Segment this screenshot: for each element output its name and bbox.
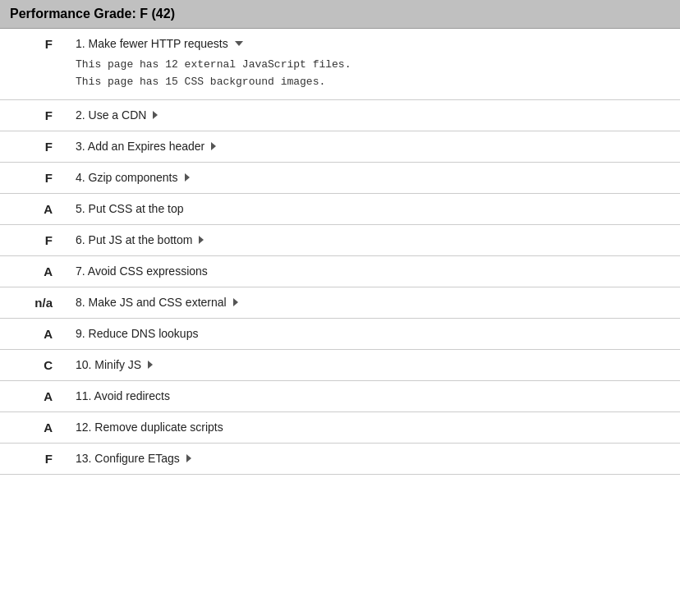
rule-title: 11. Avoid redirects [76, 389, 670, 402]
grade-cell: A [0, 380, 66, 411]
rule-title: 4. Gzip components [76, 171, 670, 184]
grade-cell: F [0, 99, 66, 131]
rule-title: 12. Remove duplicate scripts [76, 421, 670, 434]
rule-cell: 5. Put CSS at the top [66, 193, 680, 224]
rule-cell: 13. Configure ETags [66, 443, 680, 474]
table-row: A11. Avoid redirects [0, 380, 680, 411]
table-row: F6. Put JS at the bottom [0, 224, 680, 255]
grade-cell: F [0, 131, 66, 162]
table-row: F1. Make fewer HTTP requestsThis page ha… [0, 29, 680, 99]
grade-cell: F [0, 162, 66, 193]
rule-cell: 8. Make JS and CSS external [66, 287, 680, 318]
rule-title: 13. Configure ETags [76, 452, 670, 465]
chevron-right-icon[interactable] [153, 111, 158, 119]
grade-cell: A [0, 411, 66, 443]
rule-title: 1. Make fewer HTTP requests [76, 37, 670, 50]
table-row: C10. Minify JS [0, 349, 680, 380]
rule-label: 6. Put JS at the bottom [76, 233, 192, 246]
detail-line: This page has 12 external JavaScript fil… [76, 57, 670, 74]
table-row: n/a8. Make JS and CSS external [0, 287, 680, 318]
rule-cell: 10. Minify JS [66, 349, 680, 380]
grade-cell: F [0, 29, 66, 99]
table-row: F2. Use a CDN [0, 99, 680, 131]
rule-title: 10. Minify JS [76, 358, 670, 371]
table-row: F13. Configure ETags [0, 443, 680, 474]
grade-cell: A [0, 318, 66, 349]
chevron-right-icon[interactable] [148, 361, 153, 369]
grade-cell: n/a [0, 287, 66, 318]
rule-label: 10. Minify JS [76, 358, 141, 371]
rule-label: 3. Add an Expires header [76, 140, 204, 153]
rules-table: F1. Make fewer HTTP requestsThis page ha… [0, 29, 680, 475]
rule-label: 9. Reduce DNS lookups [76, 327, 198, 340]
rule-label: 8. Make JS and CSS external [76, 296, 227, 309]
table-row: A9. Reduce DNS lookups [0, 318, 680, 349]
chevron-right-icon[interactable] [211, 142, 216, 150]
rule-label: 1. Make fewer HTTP requests [76, 37, 228, 50]
rule-title: 9. Reduce DNS lookups [76, 327, 670, 340]
rule-label: 13. Configure ETags [76, 452, 180, 465]
table-row: F3. Add an Expires header [0, 131, 680, 162]
header-title: Performance Grade: F (42) [10, 7, 175, 21]
rule-label: 4. Gzip components [76, 171, 178, 184]
rule-label: 2. Use a CDN [76, 108, 146, 122]
table-row: A5. Put CSS at the top [0, 193, 680, 224]
grade-cell: F [0, 443, 66, 474]
rule-title: 5. Put CSS at the top [76, 202, 670, 215]
rule-cell: 2. Use a CDN [66, 99, 680, 131]
rule-cell: 1. Make fewer HTTP requestsThis page has… [66, 29, 680, 99]
grade-cell: C [0, 349, 66, 380]
table-row: F4. Gzip components [0, 162, 680, 193]
grade-cell: A [0, 193, 66, 224]
rule-cell: 3. Add an Expires header [66, 131, 680, 162]
rule-cell: 9. Reduce DNS lookups [66, 318, 680, 349]
rule-cell: 12. Remove duplicate scripts [66, 411, 680, 443]
rule-cell: 6. Put JS at the bottom [66, 224, 680, 255]
rule-title: 6. Put JS at the bottom [76, 233, 670, 246]
rule-cell: 11. Avoid redirects [66, 380, 680, 411]
table-row: A12. Remove duplicate scripts [0, 411, 680, 443]
rule-label: 7. Avoid CSS expressions [76, 264, 208, 278]
rule-label: 5. Put CSS at the top [76, 202, 184, 215]
chevron-right-icon[interactable] [185, 173, 190, 182]
grade-cell: A [0, 255, 66, 287]
rule-label: 12. Remove duplicate scripts [76, 421, 223, 434]
chevron-right-icon[interactable] [186, 454, 191, 462]
rule-cell: 7. Avoid CSS expressions [66, 255, 680, 287]
chevron-right-icon[interactable] [199, 236, 204, 244]
rule-title: 7. Avoid CSS expressions [76, 264, 670, 278]
rule-title: 3. Add an Expires header [76, 140, 670, 153]
rule-cell: 4. Gzip components [66, 162, 680, 193]
table-row: A7. Avoid CSS expressions [0, 255, 680, 287]
rule-title: 8. Make JS and CSS external [76, 296, 670, 309]
chevron-right-icon[interactable] [233, 298, 238, 306]
rule-details: This page has 12 external JavaScript fil… [76, 57, 670, 91]
rule-label: 11. Avoid redirects [76, 389, 170, 402]
detail-line: This page has 15 CSS background images. [76, 74, 670, 91]
grade-cell: F [0, 224, 66, 255]
chevron-down-icon[interactable] [235, 41, 243, 46]
performance-grade-header: Performance Grade: F (42) [0, 0, 680, 29]
rule-title: 2. Use a CDN [76, 108, 670, 122]
